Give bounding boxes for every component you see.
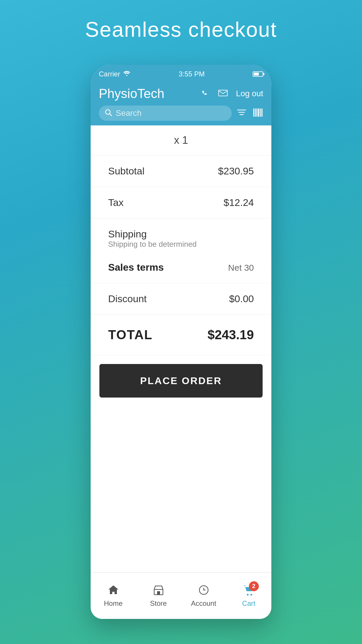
logout-button[interactable]: Log out (236, 89, 263, 98)
subtotal-label: Subtotal (108, 165, 145, 177)
shipping-row: Shipping Shipping to be determined (91, 218, 271, 252)
header-top: PhysioTech Log out (99, 86, 263, 106)
page-title: Seamless checkout (85, 18, 277, 41)
search-row: Search (99, 106, 263, 121)
store-label: Store (150, 599, 167, 608)
email-icon[interactable] (218, 88, 228, 99)
cart-label: Cart (242, 599, 255, 608)
nav-home[interactable]: Home (91, 573, 136, 619)
search-placeholder: Search (116, 108, 226, 118)
sales-terms-row: Sales terms Net 30 (91, 252, 271, 283)
svg-rect-9 (257, 108, 258, 117)
carrier-label: Carrier (99, 70, 120, 78)
svg-rect-15 (157, 591, 160, 595)
sales-terms-value: Net 30 (228, 263, 254, 273)
tax-row: Tax $12.24 (91, 187, 271, 218)
phone-icon[interactable] (201, 88, 210, 99)
account-icon (198, 584, 210, 597)
svg-rect-6 (253, 108, 254, 117)
header-icons: Log out (201, 88, 263, 99)
svg-rect-12 (261, 108, 261, 117)
total-label: TOTAL (108, 328, 153, 342)
search-bar[interactable]: Search (99, 106, 232, 121)
nav-cart[interactable]: 2 Cart (226, 573, 271, 619)
app-name: PhysioTech (99, 86, 164, 101)
svg-rect-13 (262, 108, 263, 117)
svg-rect-11 (260, 108, 260, 117)
cart-badge: 2 (249, 581, 259, 591)
wifi-icon (123, 70, 131, 78)
filter-icon[interactable] (236, 108, 247, 119)
svg-rect-0 (219, 90, 227, 96)
quantity-row: x 1 (91, 125, 271, 155)
home-icon (107, 584, 120, 597)
place-order-button[interactable]: PLACE ORDER (99, 364, 263, 398)
quantity-label: x 1 (174, 134, 188, 146)
store-icon (152, 584, 165, 597)
sales-terms-label: Sales terms (108, 262, 164, 273)
subtotal-value: $230.95 (218, 165, 254, 177)
svg-rect-7 (255, 108, 255, 117)
carrier-info: Carrier (99, 70, 131, 78)
bottom-nav: Home Store Account (91, 572, 271, 619)
home-label: Home (104, 599, 122, 608)
tax-label: Tax (108, 197, 124, 208)
total-value: $243.19 (208, 328, 254, 342)
barcode-icon[interactable] (253, 107, 263, 119)
svg-line-2 (110, 114, 112, 116)
phone-frame: Carrier 3:55 PM PhysioTech (91, 65, 271, 619)
svg-rect-10 (258, 108, 259, 117)
shipping-sub-label: Shipping to be determined (108, 240, 197, 249)
svg-rect-8 (256, 108, 256, 117)
svg-point-17 (247, 594, 249, 596)
app-header: PhysioTech Log out (91, 82, 271, 125)
discount-value: $0.00 (229, 293, 254, 304)
svg-point-18 (250, 594, 252, 596)
search-icon (105, 109, 112, 118)
discount-row: Discount $0.00 (91, 283, 271, 315)
cart-wrapper: 2 (242, 584, 255, 597)
nav-store[interactable]: Store (136, 573, 181, 619)
total-row: TOTAL $243.19 (91, 315, 271, 355)
status-time: 3:55 PM (179, 70, 205, 78)
shipping-label: Shipping (108, 228, 147, 240)
account-label: Account (191, 599, 216, 608)
battery-indicator (253, 71, 263, 77)
discount-label: Discount (108, 293, 147, 304)
status-bar: Carrier 3:55 PM (91, 65, 271, 82)
subtotal-row: Subtotal $230.95 (91, 155, 271, 187)
content-area: x 1 Subtotal $230.95 Tax $12.24 Shipping… (91, 125, 271, 572)
nav-account[interactable]: Account (181, 573, 226, 619)
tax-value: $12.24 (224, 197, 254, 208)
